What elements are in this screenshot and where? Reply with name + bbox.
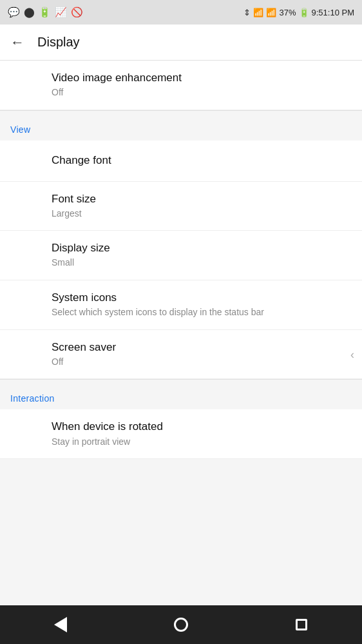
settings-item-font-size[interactable]: Font size Largest (0, 182, 362, 231)
battery-charging-icon: 🔋 (39, 6, 51, 18)
time-display: 9:51:10 PM (312, 8, 355, 17)
chevron-right-icon: ‹ (350, 347, 354, 361)
settings-item-when-device-rotated[interactable]: When device is rotated Stay in portrait … (0, 409, 362, 459)
settings-content: Video image enhancement Off View Change … (0, 61, 362, 605)
back-button[interactable]: ← (10, 34, 24, 51)
item-subtitle-display-size: Small (52, 257, 347, 269)
page-title: Display (37, 35, 80, 50)
item-title-when-device-rotated: When device is rotated (52, 420, 347, 434)
navigation-bar (0, 605, 362, 644)
status-icons-left: 💬 ⬤ 🔋 📈 🚫 (8, 6, 83, 18)
item-title-font-size: Font size (52, 192, 347, 206)
settings-item-system-icons[interactable]: System icons Select which system icons t… (0, 280, 362, 330)
item-title-screen-saver: Screen saver (52, 340, 347, 355)
status-bar: 💬 ⬤ 🔋 📈 🚫 ⇕ 📶 📶 37% 🔋 9:51:10 PM (0, 0, 362, 24)
item-title-video-image-enhancement: Video image enhancement (52, 71, 347, 85)
nav-back-button[interactable] (44, 612, 77, 638)
nav-back-icon (54, 617, 67, 632)
interaction-section-header: Interaction (0, 380, 362, 409)
signal-bars-icon: 📶 (266, 8, 276, 17)
nav-recent-icon (296, 619, 307, 630)
view-section: Change font Font size Largest Display si… (0, 141, 362, 380)
settings-item-screen-saver[interactable]: Screen saver Off ‹ (0, 330, 362, 380)
item-subtitle-system-icons: Select which system icons to display in … (52, 306, 347, 319)
battery-percentage: 37% (279, 8, 296, 17)
whatsapp-icon: 💬 (8, 6, 20, 18)
page-header: ← Display (0, 24, 362, 61)
item-subtitle-screen-saver: Off (52, 356, 347, 369)
chart-icon: 📈 (55, 6, 67, 18)
circle-icon: ⬤ (24, 6, 35, 18)
settings-item-video-image-enhancement[interactable]: Video image enhancement Off (0, 61, 362, 110)
nav-recent-button[interactable] (285, 612, 318, 638)
view-section-label: View (10, 124, 30, 135)
settings-item-change-font[interactable]: Change font (0, 141, 362, 182)
status-info-right: ⇕ 📶 📶 37% 🔋 9:51:10 PM (243, 8, 354, 17)
item-subtitle-when-device-rotated: Stay in portrait view (52, 436, 347, 449)
nav-home-icon (174, 618, 188, 632)
signal-arrow-icon: ⇕ (243, 8, 251, 17)
settings-item-display-size[interactable]: Display size Small (0, 231, 362, 280)
blocked-icon: 🚫 (71, 6, 83, 18)
item-title-display-size: Display size (52, 241, 347, 255)
wifi-icon: 📶 (253, 8, 263, 17)
item-subtitle-font-size: Largest (52, 208, 347, 220)
item-title-system-icons: System icons (52, 291, 347, 305)
battery-icon: 🔋 (299, 8, 309, 17)
item-subtitle-video-image-enhancement: Off (52, 86, 347, 99)
interaction-section-label: Interaction (10, 393, 55, 404)
item-title-change-font: Change font (52, 153, 347, 168)
view-section-header: View (0, 111, 362, 141)
top-section: Video image enhancement Off (0, 61, 362, 110)
nav-home-button[interactable] (165, 612, 197, 638)
interaction-section: When device is rotated Stay in portrait … (0, 409, 362, 459)
